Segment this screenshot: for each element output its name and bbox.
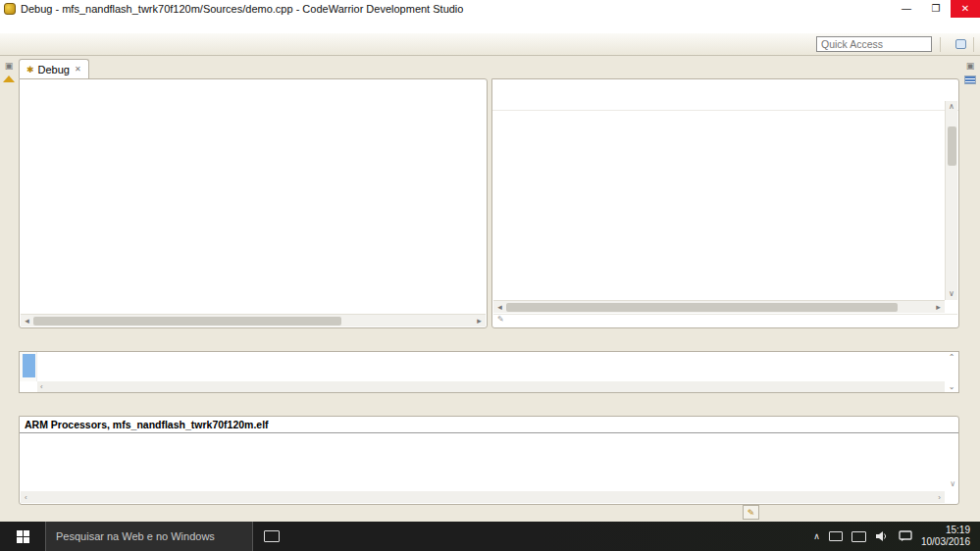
notifications-icon[interactable] [899, 530, 912, 542]
scroll-down-icon[interactable]: ⌄ [949, 382, 955, 391]
task-view-icon [264, 530, 280, 542]
variables-view: ∧ ∨ ◂ ▸ ✎ [491, 58, 959, 328]
taskbar-search-box[interactable]: Pesquisar na Web e no Windows [45, 522, 253, 551]
console-horizontal-scrollbar[interactable]: ‹ › [21, 491, 945, 503]
menu-bar [0, 18, 980, 33]
editor-area: ‹ ⌃ ⌄ [19, 330, 959, 393]
task-view-button[interactable] [253, 522, 290, 551]
tray-expand-icon[interactable]: ∧ [813, 531, 820, 541]
open-perspective-icon [955, 39, 966, 49]
network-icon[interactable] [851, 531, 866, 542]
editor-gutter [20, 352, 37, 381]
current-debug-line-marker [23, 354, 35, 377]
scroll-left-icon[interactable]: ◂ [21, 316, 33, 326]
open-perspective-button[interactable] [950, 38, 972, 50]
variables-vertical-scrollbar[interactable]: ∧ ∨ [945, 101, 957, 300]
tab-debug[interactable]: ✱ Debug ✕ [19, 59, 89, 78]
search-placeholder: Pesquisar na Web e no Windows [56, 530, 215, 542]
restore-view-icon[interactable]: ▣ [5, 61, 14, 71]
main-toolbar [0, 33, 980, 56]
debug-view-icon: ✱ [26, 65, 34, 75]
minimize-button[interactable]: — [892, 0, 921, 18]
variables-table-header [492, 96, 958, 111]
console-view: ARM Processors, mfs_nandflash_twrk70f120… [19, 395, 959, 505]
scroll-left-icon[interactable]: ‹ [25, 493, 27, 502]
volume-icon[interactable] [875, 530, 890, 542]
close-icon[interactable]: ✕ [75, 65, 81, 74]
clock-time: 15:19 [921, 525, 970, 537]
windows-taskbar: Pesquisar na Web e no Windows ∧ 15:19 10… [0, 522, 980, 551]
outline-fastview-icon[interactable] [964, 75, 976, 84]
codewarrior-debug-icon [4, 3, 16, 15]
taskbar-clock[interactable]: 15:19 10/03/2016 [921, 525, 970, 549]
scroll-right-icon[interactable]: › [938, 493, 941, 502]
project-explorer-fastview-icon[interactable] [3, 75, 15, 82]
restore-view-icon[interactable]: ▣ [966, 61, 975, 71]
battery-icon[interactable] [829, 531, 843, 541]
scroll-down-icon[interactable]: ∨ [950, 479, 955, 488]
heap-status-icon[interactable]: ✎ [743, 505, 759, 520]
debug-horizontal-scrollbar[interactable]: ◂ ▸ [21, 314, 486, 326]
scroll-right-icon[interactable]: ▸ [473, 316, 486, 326]
restore-button[interactable]: ❐ [921, 0, 951, 18]
scroll-right-icon[interactable]: ▸ [932, 302, 945, 312]
status-bar: ✎ [0, 505, 980, 521]
quick-access-input[interactable] [816, 36, 932, 52]
variables-detail-pane: ✎ [493, 314, 957, 326]
close-button[interactable]: ✕ [951, 0, 980, 18]
scroll-up-icon[interactable]: ⌃ [949, 353, 955, 362]
scroll-left-icon[interactable]: ‹ [40, 382, 43, 391]
left-fastview-bar: ▣ [0, 58, 18, 82]
right-fastview-bar: ▣ [960, 58, 980, 84]
scroll-down-icon[interactable]: ∨ [949, 288, 954, 300]
scroll-up-icon[interactable]: ∧ [949, 101, 954, 113]
workspace: ▣ ▣ ✱ Debug ✕ ◂ ▸ [0, 56, 980, 522]
console-output: ARM Processors, mfs_nandflash_twrk70f120… [20, 417, 958, 433]
start-button[interactable] [0, 522, 45, 551]
scroll-left-icon[interactable]: ◂ [493, 302, 506, 312]
editor-horizontal-scrollbar[interactable]: ‹ [37, 381, 945, 392]
debug-view: ✱ Debug ✕ ◂ ▸ [19, 58, 488, 328]
clock-date: 10/03/2016 [921, 536, 970, 549]
windows-logo-icon [17, 530, 29, 543]
title-bar: Debug - mfs_nandflash_twrk70f120m/Source… [0, 0, 980, 18]
system-tray: ∧ 15:19 10/03/2016 [813, 525, 980, 549]
variables-horizontal-scrollbar[interactable]: ◂ ▸ [493, 300, 945, 313]
window-title: Debug - mfs_nandflash_twrk70f120m/Source… [21, 3, 463, 15]
